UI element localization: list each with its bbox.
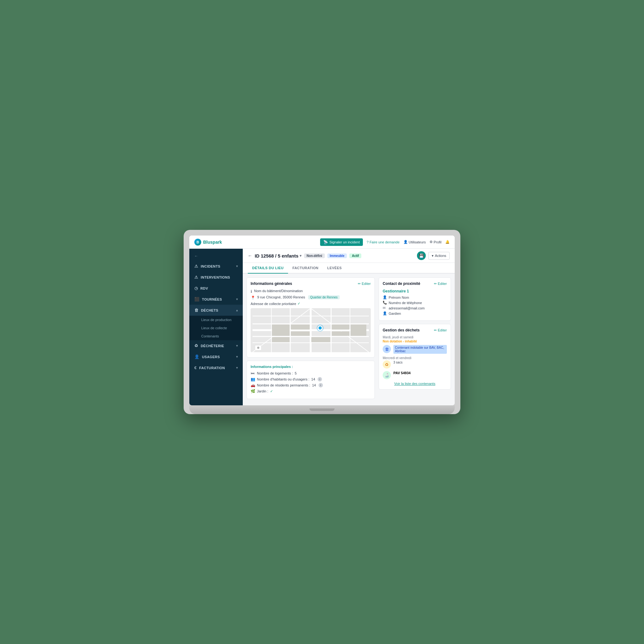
map-placeholder[interactable]: ⊕ bbox=[251, 308, 371, 352]
nav-actions: 📡 Signaler un incident ? Faire une deman… bbox=[320, 238, 450, 246]
tournees-chevron: ▾ bbox=[236, 297, 238, 301]
sidebar-item-facturation[interactable]: € FACTURATION ▾ bbox=[189, 362, 243, 373]
address-text: 9 rue Chicogné, 35000 Rennes bbox=[257, 295, 305, 299]
section-title-principales: Informations principales : bbox=[251, 365, 371, 369]
gestion-dechets-card: Gestion des déchets ✏ Editer Mardi, jeud… bbox=[379, 324, 451, 390]
collecte-check-icon: ✓ bbox=[297, 302, 300, 306]
incidents-label: INCIDENTS bbox=[201, 264, 220, 268]
sidebar-item-dechets[interactable]: 🗑 DÉCHETS ▴ bbox=[189, 305, 243, 316]
laptop-screen: B Bluspark 📡 Signaler un incident ? Fair… bbox=[189, 236, 455, 405]
utilisateurs-link[interactable]: 👤 Utilisateurs bbox=[403, 240, 426, 244]
waste-pav-icon: 🍶 bbox=[383, 371, 391, 379]
residents-info-badge[interactable]: i bbox=[319, 383, 323, 387]
edit-contact-link[interactable]: ✏ Editer bbox=[434, 282, 447, 286]
map-svg: ⊕ bbox=[251, 308, 371, 352]
sidebar-item-tournees[interactable]: ⬛ TOURNÉES ▾ bbox=[189, 294, 243, 305]
sidebar-item-usagers[interactable]: 👤 USAGERS ▾ bbox=[189, 351, 243, 362]
facturation-label: FACTURATION bbox=[199, 366, 225, 370]
edit-gestion-link[interactable]: ✏ Editer bbox=[434, 328, 447, 332]
card-title-generales: Informations générales bbox=[251, 281, 292, 286]
address-badge: Quartier de Rennes bbox=[308, 295, 339, 299]
address-row: 📍 9 rue Chicogné, 35000 Rennes Quartier … bbox=[251, 295, 371, 300]
residents-value: 14 bbox=[312, 383, 316, 387]
profil-link[interactable]: ⚙ Profil bbox=[430, 240, 441, 244]
dechets-chevron: ▴ bbox=[236, 308, 238, 312]
svg-rect-15 bbox=[291, 331, 310, 336]
signal-incident-button[interactable]: 📡 Signaler un incident bbox=[320, 238, 363, 246]
save-button[interactable]: 💾 bbox=[417, 251, 426, 260]
sidebar-item-rdv[interactable]: ◷ RDV bbox=[189, 283, 243, 294]
sidebar-back-button[interactable]: ← bbox=[189, 251, 243, 261]
waste-item-sacs: ♻ 3 sacs bbox=[383, 360, 447, 369]
laptop-shell: B Bluspark 📡 Signaler un incident ? Fair… bbox=[184, 230, 460, 414]
sidebar-sub-dechets: Lieux de production Lieux de collecte Co… bbox=[189, 316, 243, 340]
jardin-icon: 🌿 bbox=[251, 389, 255, 393]
card-title-contact: Contact de proximité bbox=[383, 281, 420, 286]
sidebar-item-decheterie[interactable]: ♻ DÉCHÈTERIE ▾ bbox=[189, 340, 243, 351]
svg-point-21 bbox=[318, 326, 322, 330]
notification-icon[interactable]: 🔔 bbox=[445, 240, 450, 244]
informations-generales-card: Informations générales ✏ Editer ℹ Nom du… bbox=[247, 277, 375, 358]
waste-pav-text: PAV 54934 bbox=[393, 371, 411, 375]
sidebar-sub-lieux-production[interactable]: Lieux de production bbox=[189, 316, 243, 324]
rdv-icon: ◷ bbox=[194, 286, 198, 291]
tab-facturation[interactable]: FACTURATION bbox=[288, 263, 323, 274]
residents-row: 🚗 Nombre de résidents permanents : 14 i bbox=[251, 383, 371, 387]
voir-contenants-link[interactable]: Voir la liste des contenants bbox=[383, 382, 447, 386]
faire-demande-link[interactable]: ? Faire une demande bbox=[367, 240, 400, 244]
badge-immeuble: Immeuble bbox=[327, 253, 347, 258]
building-name-row: ℹ Nom du bâtiment/Dénomination bbox=[251, 289, 371, 294]
page-id: ID 12568 / 5 enfants ▾ bbox=[255, 253, 302, 258]
habitants-info-badge[interactable]: i bbox=[318, 377, 322, 381]
logements-row: 🛏 Nombre de logements : 5 bbox=[251, 371, 371, 375]
waste-item-bav: 🗑 Contenant indotable sur BAV, BAC, Abri… bbox=[383, 345, 447, 354]
prenom-nom-text: Prénom Nom bbox=[389, 296, 409, 299]
sidebar-item-incidents[interactable]: ⚠ INCIDENTS ▾ bbox=[189, 261, 243, 272]
badge-actif: Actif bbox=[349, 253, 361, 258]
waste-day1: Mardi, jeudi et samedi bbox=[383, 336, 447, 339]
tab-levees[interactable]: LEVÉES bbox=[323, 263, 346, 274]
habitants-label: Nombre d'habitants ou d'usagers : bbox=[257, 377, 309, 381]
edit-generales-link[interactable]: ✏ Editer bbox=[358, 282, 371, 286]
collecte-row: Adresse de collecte prioritaire ✓ bbox=[251, 302, 371, 306]
habitants-value: 14 bbox=[311, 377, 315, 381]
svg-rect-13 bbox=[272, 325, 290, 336]
dechets-label: DÉCHETS bbox=[201, 308, 218, 312]
telephone-row: 📞 Numéro de téléphone bbox=[383, 301, 447, 305]
header-actions: 💾 ▾ Actions bbox=[417, 251, 450, 260]
email-icon: ✉ bbox=[383, 306, 387, 310]
edit-contact-icon: ✏ bbox=[434, 282, 437, 286]
edit-gestion-icon: ✏ bbox=[434, 328, 437, 332]
prenom-nom-row: 👤 Prénom Nom bbox=[383, 295, 447, 299]
card-header-gestion: Gestion des déchets ✏ Editer bbox=[383, 328, 447, 332]
actions-button[interactable]: ▾ Actions bbox=[428, 252, 450, 260]
laptop-base bbox=[189, 405, 455, 414]
tab-details[interactable]: DÉTAILS DU LIEU bbox=[248, 263, 288, 274]
card-title-gestion: Gestion des déchets bbox=[383, 328, 419, 332]
phone-icon: 📞 bbox=[383, 301, 387, 305]
facturation-chevron: ▾ bbox=[236, 366, 238, 369]
edit-icon: ✏ bbox=[358, 282, 361, 286]
page-back-button[interactable]: ← bbox=[248, 253, 252, 258]
people-icon: 👥 bbox=[251, 377, 255, 381]
decheterie-label: DÉCHÈTERIE bbox=[201, 344, 224, 348]
svg-rect-19 bbox=[311, 337, 330, 342]
top-nav: B Bluspark 📡 Signaler un incident ? Fair… bbox=[189, 236, 455, 249]
page-id-chevron-icon[interactable]: ▾ bbox=[300, 254, 302, 258]
role-icon: 👤 bbox=[383, 311, 387, 315]
right-panel: Contact de proximité ✏ Editer Gestionnai… bbox=[379, 277, 451, 402]
gear-icon: ⚙ bbox=[430, 240, 433, 244]
sidebar-sub-lieux-collecte[interactable]: Lieux de collecte bbox=[189, 324, 243, 332]
decheterie-chevron: ▾ bbox=[236, 344, 238, 347]
usagers-chevron: ▾ bbox=[236, 355, 238, 358]
tournees-label: TOURNÉES bbox=[202, 297, 222, 301]
sidebar-sub-contenants[interactable]: Contenants bbox=[189, 332, 243, 340]
svg-rect-17 bbox=[332, 331, 349, 336]
waste-info-text: Contenant indotable sur BAV, BAC, Abriba… bbox=[393, 345, 447, 354]
gestionnaire-name[interactable]: Gestionnaire 1 bbox=[383, 289, 447, 293]
logements-label: Nombre de logements : bbox=[257, 371, 293, 375]
role-row: 👤 Gardien bbox=[383, 311, 447, 315]
sidebar-item-interventions[interactable]: ⚠ INTERVENTIONS bbox=[189, 272, 243, 283]
contact-proximite-card: Contact de proximité ✏ Editer Gestionnai… bbox=[379, 277, 451, 321]
laptop-notch bbox=[309, 408, 335, 411]
